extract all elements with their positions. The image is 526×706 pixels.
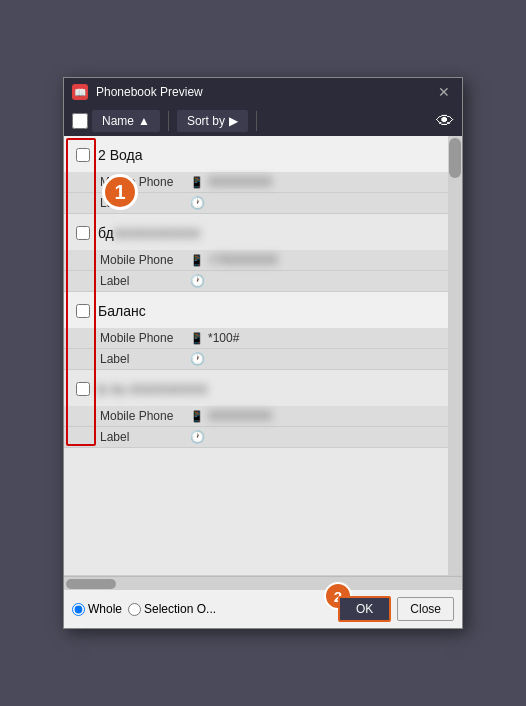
contact-header: бд XXXXXXXXXX [64,214,448,250]
toolbar: Name ▲ Sort by ▶ 👁 [64,106,462,136]
phone-icon: 📱 [190,254,204,267]
phone-icon: 📱 [190,332,204,345]
contact-details: Mobile Phone 📱 +7XXXXXXX Label 🕐 [64,250,448,291]
phone-icon: 📱 [190,176,204,189]
sort-arrow-icon: ▶ [229,114,238,128]
radio-whole-label[interactable]: Whole [72,602,122,616]
detail-value: +7XXXXXXX [208,253,278,267]
contact-list-content: 1 2 Вода Mobile Phone 📱 XXXXXXXX [64,136,448,448]
contact-header: Б Хо XXXXXXXXX [64,370,448,406]
scrollbar-horizontal[interactable] [64,576,462,590]
contact-details: Mobile Phone 📱 XXXXXXXX Label 🕐 [64,406,448,447]
detail-value: XXXXXXXX [208,175,272,189]
ok-button-wrapper: 2 OK [338,596,391,622]
contact-header: 2 Вода [64,136,448,172]
detail-row: Label 🕐 [64,427,448,447]
contact-name: Баланс [98,303,146,319]
detail-label: Label [100,274,190,288]
close-footer-button[interactable]: Close [397,597,454,621]
contact-item: Баланс Mobile Phone 📱 *100# Label 🕐 [64,292,448,370]
clock-icon: 🕐 [190,430,205,444]
clock-icon: 🕐 [190,274,205,288]
contact-name: бд [98,225,114,241]
app-icon: 📖 [72,84,88,100]
toolbar-divider-2 [256,111,257,131]
detail-row: Label 🕐 [64,271,448,291]
detail-value: *100# [208,331,239,345]
detail-label: Mobile Phone [100,409,190,423]
selection-label: Selection O... [144,602,216,616]
contact-details: Mobile Phone 📱 *100# Label 🕐 [64,328,448,369]
name-label: Name [102,114,134,128]
contact-checkbox[interactable] [76,304,90,318]
name-sort-button[interactable]: Name ▲ [92,110,160,132]
main-window: 📖 Phonebook Preview ✕ Name ▲ Sort by ▶ 👁… [63,77,463,629]
contact-checkbox[interactable] [76,382,90,396]
scrollbar-thumb-vertical[interactable] [449,138,461,178]
close-button[interactable]: ✕ [434,84,454,100]
radio-selection[interactable] [128,603,141,616]
clock-icon: 🕐 [190,352,205,366]
select-all-checkbox[interactable] [72,113,88,129]
detail-row: Label 🕐 [64,349,448,369]
badge-1: 1 [102,174,138,210]
title-bar: 📖 Phonebook Preview ✕ [64,78,462,106]
contact-item: Б Хо XXXXXXXXX Mobile Phone 📱 XXXXXXXX L… [64,370,448,448]
detail-label: Mobile Phone [100,331,190,345]
detail-row: Mobile Phone 📱 +7XXXXXXX [64,250,448,271]
eye-icon[interactable]: 👁 [436,111,454,132]
contact-name-blurred: Б Хо XXXXXXXXX [98,382,208,397]
radio-whole[interactable] [72,603,85,616]
contact-list: 1 2 Вода Mobile Phone 📱 XXXXXXXX [64,136,448,448]
sort-by-button[interactable]: Sort by ▶ [177,110,248,132]
footer-buttons: 2 OK Close [338,596,454,622]
contact-checkbox[interactable] [76,226,90,240]
ok-button[interactable]: OK [338,596,391,622]
radio-group: Whole Selection O... [72,602,330,616]
detail-row: Mobile Phone 📱 XXXXXXXX [64,406,448,427]
contact-item: бд XXXXXXXXXX Mobile Phone 📱 +7XXXXXXX L… [64,214,448,292]
contact-name: 2 Вода [98,147,142,163]
contact-scroll-area[interactable]: 1 2 Вода Mobile Phone 📱 XXXXXXXX [64,136,462,576]
footer: Whole Selection O... 2 OK Close [64,590,462,628]
clock-icon: 🕐 [190,196,205,210]
window-title: Phonebook Preview [96,85,434,99]
detail-label: Mobile Phone [100,253,190,267]
contact-name-blurred: XXXXXXXXXX [114,226,201,241]
detail-value: XXXXXXXX [208,409,272,423]
sort-by-label: Sort by [187,114,225,128]
sort-asc-icon: ▲ [138,114,150,128]
radio-selection-label[interactable]: Selection O... [128,602,216,616]
contact-header: Баланс [64,292,448,328]
detail-row: Mobile Phone 📱 *100# [64,328,448,349]
whole-label: Whole [88,602,122,616]
contact-checkbox[interactable] [76,148,90,162]
detail-label: Label [100,352,190,366]
detail-label: Label [100,430,190,444]
scrollbar-vertical[interactable] [448,136,462,575]
toolbar-divider [168,111,169,131]
phone-icon: 📱 [190,410,204,423]
scrollbar-thumb-horizontal[interactable] [66,579,116,589]
